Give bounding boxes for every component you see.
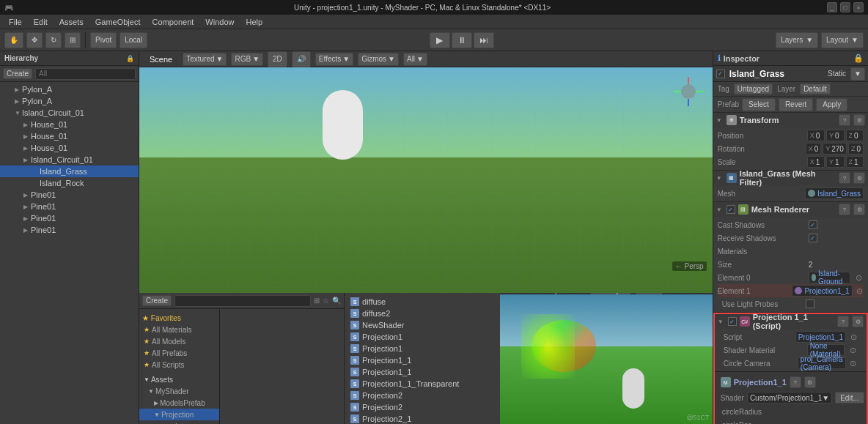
prefab-apply-btn[interactable]: Apply [816,98,847,111]
hierarchy-create-btn[interactable]: Create [3,68,32,79]
layer-value[interactable]: Default [800,83,831,94]
file-proj2-1[interactable]: S Projection2 [347,390,497,401]
script-header[interactable]: ▼ ✓ C# Projection 1_1 (Script) ? ⚙ [715,314,867,329]
scene-tab[interactable]: Scene [144,53,178,65]
myshader-item[interactable]: ▼ MyShader [139,385,219,397]
all-dropdown[interactable]: All ▼ [403,53,427,66]
prefab-select-btn[interactable]: Select [742,98,776,111]
gizmos-dropdown[interactable]: Gizmos ▼ [358,53,399,66]
mesh-renderer-header[interactable]: ▼ ✓ ▤ Mesh Renderer ? ⚙ [713,202,868,217]
models-prefab-item[interactable]: ▶ ModelsPrefab [139,397,219,409]
file-proj11-2[interactable]: S Projection1_1 [347,366,497,378]
scripts-item[interactable]: ▶ scripts [139,420,219,424]
scale-tool-btn[interactable]: ⊞ [65,32,81,48]
close-btn[interactable]: × [853,2,864,12]
tree-item-island-rock[interactable]: Island_Rock [0,177,139,189]
menu-edit[interactable]: Edit [28,16,54,28]
mesh-filter-header[interactable]: ▼ ▦ Island_Grass (Mesh Filter) ? ⚙ [713,171,868,185]
file-proj11-transparent[interactable]: S Projection1_1_Transparent [347,378,497,390]
shader-edit-btn[interactable]: Edit... [835,392,864,403]
script-dot-icon[interactable]: ⊙ [849,332,858,342]
tree-item-house-2[interactable]: ▶ House_01 [0,130,139,142]
element1-value[interactable]: Projection1_1 [792,285,852,297]
transform-tool-btn[interactable]: ✋ [4,32,23,48]
step-btn[interactable]: ⏭ [474,32,494,48]
scale-y-field[interactable]: Y1 [826,156,844,168]
layout-dropdown[interactable]: Layout ▼ [821,32,864,48]
element0-value[interactable]: Island-Ground [809,272,850,283]
maximize-btn[interactable]: □ [840,2,850,12]
script-checkbox[interactable]: ✓ [728,317,737,326]
tree-item-pine-4[interactable]: ▶ Pine01 [0,224,139,236]
position-y-field[interactable]: Y0 [826,130,844,141]
shader-mat-dot-icon[interactable]: ⊙ [847,345,858,355]
use-light-checkbox[interactable] [806,300,814,308]
object-active-checkbox[interactable]: ✓ [716,70,725,78]
element1-dot-icon[interactable]: ⊙ [856,286,864,296]
project-search-input[interactable] [174,295,311,307]
effects-dropdown[interactable]: Effects ▼ [315,53,353,66]
tree-item-pine-3[interactable]: ▶ Pine01 [0,212,139,224]
menu-help[interactable]: Help [240,16,268,28]
rotation-x-field[interactable]: X0 [806,143,822,155]
assets-root[interactable]: ▼ Assets [139,373,219,385]
file-proj21[interactable]: S Projection2_1 [347,413,497,424]
cast-shadows-checkbox[interactable]: ✓ [809,220,817,229]
file-proj1-1[interactable]: S Projection1 [347,331,497,343]
menu-component[interactable]: Component [146,16,199,28]
audio-btn[interactable]: 🔊 [292,51,311,67]
transform-help-icon[interactable]: ? [839,114,850,126]
rotate-tool-btn[interactable]: ↻ [45,32,62,48]
game-canvas[interactable]: @51CT [500,294,712,424]
script-help-icon[interactable]: ? [837,316,849,327]
rotation-y-field[interactable]: Y270 [823,143,847,155]
rotation-z-field[interactable]: Z0 [848,143,864,155]
move-tool-btn[interactable]: ✥ [26,32,43,48]
script-gear-icon[interactable]: ⚙ [852,316,864,327]
file-diffuse2[interactable]: S diffuse2 [347,308,497,319]
element0-dot-icon[interactable]: ⊙ [853,272,864,283]
tag-value[interactable]: Untagged [734,83,773,94]
file-proj11-1[interactable]: S Projection1_1 [347,354,497,366]
tree-item-island-circuit[interactable]: ▼ Island_Circuit_01 [0,107,139,119]
textured-dropdown[interactable]: Textured ▼ [183,53,227,66]
transform-gear-icon[interactable]: ⚙ [853,114,865,126]
2d-btn[interactable]: 2D [268,51,287,67]
proj-gear-icon[interactable]: ⚙ [804,376,816,388]
mesh-filter-gear-icon[interactable]: ⚙ [853,172,865,184]
scale-x-field[interactable]: X1 [807,156,825,168]
proj-help-icon[interactable]: ? [790,376,801,388]
file-diffuse[interactable]: S diffuse [347,296,497,308]
file-proj1-2[interactable]: S Projection1 [347,343,497,354]
tree-item-house-3[interactable]: ▶ House_01 [0,142,139,154]
mesh-renderer-checkbox[interactable]: ✓ [727,205,735,214]
play-btn[interactable]: ▶ [430,32,450,48]
scene-canvas[interactable]: ← Persp [139,67,713,293]
mesh-renderer-gear-icon[interactable]: ⚙ [853,204,865,215]
fav-all-materials[interactable]: ★ All Materials [139,324,219,335]
menu-assets[interactable]: Assets [54,16,89,28]
fav-all-scripts[interactable]: ★ All Scripts [139,359,219,371]
tree-item-pine-1[interactable]: ▶ Pine01 [0,189,139,201]
shader-dropdown[interactable]: Custom/Projection1_1 ▼ [747,392,832,403]
tree-item-island-circuit-2[interactable]: ▶ Island_Circuit_01 [0,154,139,165]
fav-all-prefabs[interactable]: ★ All Prefabs [139,347,219,359]
tree-item-house-1[interactable]: ▶ House_01 [0,119,139,130]
transform-header[interactable]: ▼ ⊕ Transform ? ⚙ [713,113,868,127]
mesh-filter-help-icon[interactable]: ? [839,172,850,184]
menu-gameobject[interactable]: GameObject [89,16,147,28]
layers-dropdown[interactable]: Layers ▼ [776,32,818,48]
hierarchy-search-input[interactable] [35,68,136,80]
tree-item-island-grass[interactable]: Island_Grass [0,165,139,177]
menu-file[interactable]: File [3,16,28,28]
fav-all-models[interactable]: ★ All Models [139,335,219,347]
pause-btn[interactable]: ⏸ [452,32,472,48]
circle-camera-value[interactable]: proj_Camera (Camera) [798,357,846,369]
camera-dot-icon[interactable]: ⊙ [849,358,858,368]
menu-window[interactable]: Window [199,16,240,28]
receive-shadows-checkbox[interactable]: ✓ [809,234,817,242]
mesh-value[interactable]: Island_Grass [805,187,864,199]
tree-item-pylon-a-1[interactable]: ▶ Pylon_A [0,83,139,95]
mesh-renderer-help-icon[interactable]: ? [839,204,850,215]
project-create-btn[interactable]: Create [142,295,172,306]
